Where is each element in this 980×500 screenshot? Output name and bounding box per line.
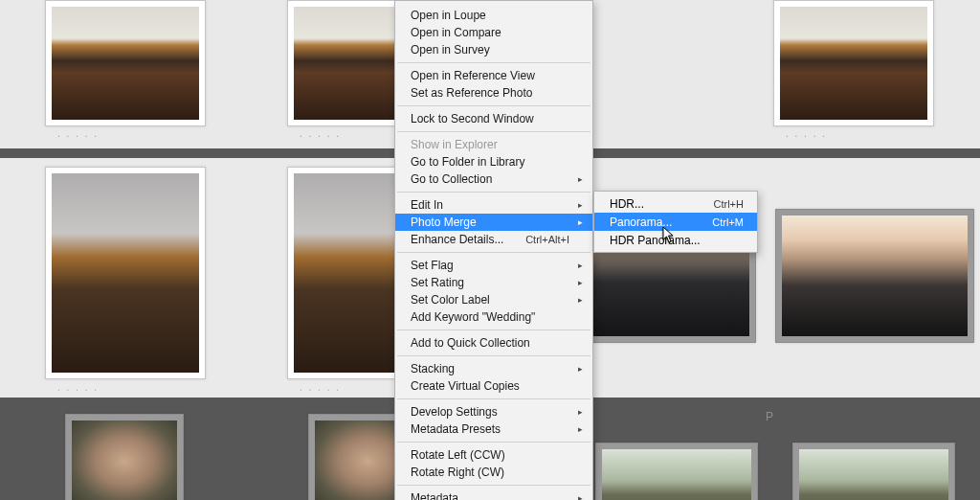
menu-open-loupe[interactable]: Open in Loupe [395, 7, 592, 24]
chevron-right-icon: ▸ [578, 424, 583, 434]
chevron-right-icon: ▸ [578, 217, 583, 227]
menu-metadata[interactable]: Metadata▸ [395, 489, 592, 500]
submenu-hdr[interactable]: HDR...Ctrl+H [594, 194, 757, 213]
menu-add-quick-coll[interactable]: Add to Quick Collection [395, 334, 592, 352]
thumbnail[interactable]: . . . . . [45, 167, 206, 379]
menu-show-explorer: Show in Explorer [395, 136, 592, 153]
menu-go-collection[interactable]: Go to Collection▸ [395, 170, 592, 188]
menu-develop-settings[interactable]: Develop Settings▸ [395, 403, 592, 420]
menu-add-keyword[interactable]: Add Keyword "Wedding" [395, 308, 592, 326]
chevron-right-icon: ▸ [578, 261, 583, 270]
thumbnail[interactable]: . . . . . [45, 0, 206, 126]
chevron-right-icon: ▸ [578, 295, 583, 305]
menu-open-compare[interactable]: Open in Compare [395, 24, 592, 41]
menu-rotate-right[interactable]: Rotate Right (CW) [395, 464, 592, 481]
menu-metadata-presets[interactable]: Metadata Presets▸ [395, 420, 592, 438]
menu-open-ref-view[interactable]: Open in Reference View [395, 67, 592, 84]
chevron-right-icon: ▸ [578, 278, 583, 287]
thumbnail[interactable] [65, 414, 184, 500]
menu-stacking[interactable]: Stacking▸ [395, 360, 592, 377]
thumbnail[interactable] [595, 443, 758, 500]
menu-set-color[interactable]: Set Color Label▸ [395, 291, 592, 308]
menu-go-folder[interactable]: Go to Folder in Library [395, 153, 592, 170]
menu-enhance-details[interactable]: Enhance Details...Ctrl+Alt+I [395, 231, 592, 248]
context-menu: Open in Loupe Open in Compare Open in Su… [394, 0, 593, 500]
submenu-photo-merge: HDR...Ctrl+H Panorama...Ctrl+M HDR Panor… [593, 191, 758, 253]
chevron-right-icon: ▸ [578, 407, 583, 417]
flag-mark: P [766, 410, 773, 423]
thumbnail[interactable] [775, 209, 974, 343]
thumbnail[interactable]: . . . . . [773, 0, 934, 126]
chevron-right-icon: ▸ [578, 364, 583, 374]
chevron-right-icon: ▸ [578, 493, 583, 500]
submenu-hdr-panorama[interactable]: HDR Panorama... [594, 231, 757, 249]
menu-open-survey[interactable]: Open in Survey [395, 41, 592, 58]
menu-edit-in[interactable]: Edit In▸ [395, 196, 592, 214]
menu-lock-second[interactable]: Lock to Second Window [395, 110, 592, 127]
menu-set-flag[interactable]: Set Flag▸ [395, 257, 592, 274]
thumbnail[interactable] [792, 443, 955, 500]
menu-set-ref-photo[interactable]: Set as Reference Photo [395, 84, 592, 102]
menu-rotate-left[interactable]: Rotate Left (CCW) [395, 446, 592, 464]
menu-set-rating[interactable]: Set Rating▸ [395, 274, 592, 291]
menu-photo-merge[interactable]: Photo Merge▸ [395, 214, 592, 231]
submenu-panorama[interactable]: Panorama...Ctrl+M [594, 213, 757, 231]
menu-virtual-copies[interactable]: Create Virtual Copies [395, 377, 592, 395]
chevron-right-icon: ▸ [578, 174, 583, 184]
chevron-right-icon: ▸ [578, 200, 583, 210]
